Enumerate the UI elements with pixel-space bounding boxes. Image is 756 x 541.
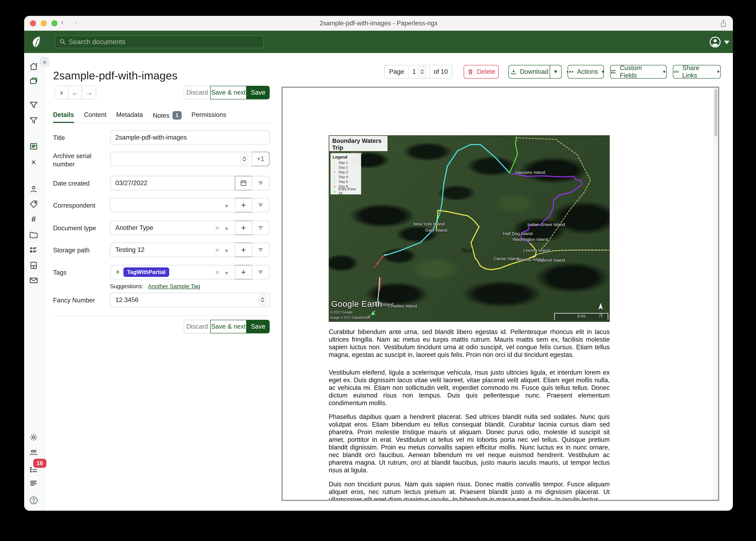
preview-scrollbar-thumb[interactable] xyxy=(715,89,717,137)
download-options-button[interactable]: ▼ xyxy=(550,65,562,79)
field-label-title: Title xyxy=(53,134,65,142)
sidebar-expand-button[interactable]: » xyxy=(40,57,49,67)
download-icon xyxy=(510,68,517,75)
title-input[interactable] xyxy=(110,131,270,145)
delete-button[interactable]: Delete xyxy=(464,65,499,79)
sidebar-item-document-types[interactable]: # xyxy=(29,215,38,224)
share-icon[interactable] xyxy=(719,19,728,28)
compass-arrow-icon xyxy=(596,302,605,312)
sidebar-item-users-groups[interactable] xyxy=(29,448,38,457)
save-and-next-button[interactable]: Save & next xyxy=(210,86,247,99)
save-button[interactable]: Save xyxy=(247,320,270,333)
discard-button[interactable]: Discard xyxy=(184,86,211,99)
day1-route-2 xyxy=(378,277,380,300)
document-type-select[interactable]: Another Type ✕ ▼ xyxy=(110,221,235,235)
tab-label: Permissions xyxy=(191,111,226,118)
tags-add-button[interactable]: + xyxy=(235,265,252,279)
storage-path-select[interactable]: Testing 12 ✕ ▼ xyxy=(110,243,235,257)
day1-marker-icon: ∴ xyxy=(333,161,337,165)
share-links-button[interactable]: Share Links ▼ xyxy=(673,65,721,79)
tab-notes[interactable]: Notes1 xyxy=(153,111,182,123)
island-label: Washington Island xyxy=(513,237,548,242)
sidebar-item-correspondents[interactable] xyxy=(29,185,38,194)
save-button[interactable]: Save xyxy=(247,86,270,99)
sidebar-item-storage-paths[interactable] xyxy=(29,230,38,240)
day6-route-2 xyxy=(380,278,381,290)
asn-input[interactable] xyxy=(110,152,252,166)
correspondent-suggestions-button[interactable] xyxy=(252,198,269,212)
page-number-field[interactable]: 1 xyxy=(409,65,429,78)
tags-suggestions-button[interactable] xyxy=(252,265,269,279)
page-stepper[interactable] xyxy=(418,66,426,77)
copyright-digitalglobe: Image © 2017 DigitalGlobe xyxy=(330,316,370,319)
sidebar-item-dashboard[interactable] xyxy=(29,62,38,71)
document-type-suggestions-button[interactable] xyxy=(252,221,269,235)
person-icon xyxy=(29,185,38,194)
date-calendar-button[interactable] xyxy=(235,176,252,190)
editor-tabs: Details Content Metadata Notes1 Permissi… xyxy=(53,111,270,123)
funnel-icon xyxy=(29,116,38,125)
question-circle-icon xyxy=(29,496,38,505)
next-document-button[interactable]: → xyxy=(82,86,96,99)
legend-label: Day 2 xyxy=(339,166,348,170)
sidebar-item-tags[interactable] xyxy=(29,200,38,209)
sidebar-item-saved-view-1[interactable] xyxy=(29,100,38,110)
funnel-icon xyxy=(29,100,38,110)
filter-lines-icon xyxy=(257,180,264,187)
day6-marker-icon: ∴ xyxy=(333,184,337,189)
tags-select[interactable]: ✕ TagWithPartial ✕ ▼ xyxy=(110,265,235,279)
search-input[interactable] xyxy=(69,36,254,47)
paperless-logo-leaf-icon[interactable] xyxy=(30,34,41,49)
custom-fields-button[interactable]: Custom Fields ▼ xyxy=(610,65,667,79)
delete-label: Delete xyxy=(477,68,495,76)
sidebar-item-documents[interactable] xyxy=(29,76,38,86)
close-document-button[interactable]: x xyxy=(55,86,69,99)
chevron-down-icon xyxy=(724,41,729,44)
storage-path-suggestions-button[interactable] xyxy=(252,243,269,257)
asn-plus-one-button[interactable]: +1 xyxy=(252,152,269,166)
sidebar-item-help[interactable] xyxy=(29,496,38,505)
document-nav-group: x ← → xyxy=(54,86,96,99)
date-suggestions-button[interactable] xyxy=(252,176,269,190)
sidebar-item-custom-fields[interactable] xyxy=(29,245,38,255)
clear-icon[interactable]: ✕ xyxy=(215,247,220,254)
tab-permissions[interactable]: Permissions xyxy=(191,111,226,123)
clear-icon[interactable]: ✕ xyxy=(215,269,220,276)
user-menu[interactable] xyxy=(709,36,721,49)
tab-metadata[interactable]: Metadata xyxy=(116,111,143,123)
correspondent-add-button[interactable]: + xyxy=(235,198,252,212)
save-and-next-button[interactable]: Save & next xyxy=(210,320,247,333)
sidebar-item-saved-view-2[interactable] xyxy=(29,116,38,125)
sidebar-item-workflows[interactable] xyxy=(29,261,38,270)
asn-stepper[interactable] xyxy=(241,154,248,164)
sidebar-close-document-button[interactable] xyxy=(29,158,38,167)
chevron-down-icon: ▼ xyxy=(662,70,666,74)
actions-button[interactable]: ••• Actions ▼ xyxy=(568,65,604,79)
sidebar-item-open-document[interactable] xyxy=(29,142,38,151)
discard-button[interactable]: Discard xyxy=(184,320,211,333)
fancy-number-input[interactable] xyxy=(110,293,270,307)
tab-details[interactable]: Details xyxy=(53,111,74,123)
storage-path-add-button[interactable]: + xyxy=(235,243,252,257)
remove-tag-icon[interactable]: ✕ xyxy=(115,269,120,275)
map-text-annotation: Text xyxy=(461,247,473,254)
filter-lines-icon xyxy=(257,247,264,254)
document-type-add-button[interactable]: + xyxy=(235,221,252,235)
fancy-number-stepper[interactable] xyxy=(259,294,266,305)
date-created-input[interactable] xyxy=(110,176,235,190)
tab-content[interactable]: Content xyxy=(84,111,106,123)
fancy-number-field xyxy=(110,293,270,307)
tasks-count-badge: 16 xyxy=(33,459,46,468)
tag-chip[interactable]: TagWithPartial xyxy=(123,268,169,277)
sidebar-item-logs[interactable] xyxy=(29,478,38,488)
suggested-tag-link[interactable]: Another Sample Tag xyxy=(148,283,200,289)
download-button[interactable]: Download xyxy=(508,65,550,79)
sidebar-item-mail[interactable] xyxy=(29,275,38,285)
clear-icon[interactable]: ✕ xyxy=(215,225,220,232)
text-lines-icon xyxy=(29,478,38,488)
island-label: New York Island xyxy=(413,222,445,227)
sidebar-item-settings[interactable] xyxy=(29,432,38,442)
previous-document-button[interactable]: ← xyxy=(69,86,82,99)
correspondent-select[interactable]: ▼ xyxy=(110,198,235,212)
preview-scrollbar[interactable] xyxy=(713,88,718,500)
